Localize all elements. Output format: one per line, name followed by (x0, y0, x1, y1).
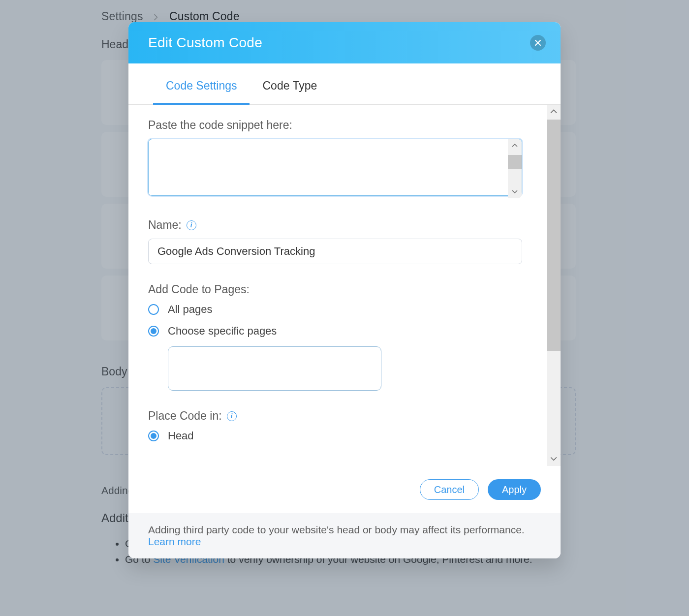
name-field[interactable] (148, 239, 522, 264)
chevron-down-icon[interactable] (547, 452, 561, 466)
tab-code-settings[interactable]: Code Settings (153, 67, 250, 104)
tab-code-type[interactable]: Code Type (250, 67, 330, 104)
radio-label: All pages (168, 303, 213, 316)
modal-title: Edit Custom Code (148, 35, 262, 51)
radio-label: Choose specific pages (168, 325, 277, 338)
edit-custom-code-modal: Edit Custom Code Code Settings Code Type… (128, 22, 561, 558)
radio-place-head[interactable]: Head (148, 430, 527, 442)
chevron-up-icon[interactable] (547, 105, 561, 119)
radio-all-pages[interactable]: All pages (148, 303, 527, 316)
textarea-scrollbar[interactable] (508, 139, 522, 198)
code-snippet-input[interactable] (148, 139, 522, 196)
radio-icon (148, 304, 159, 315)
apply-button[interactable]: Apply (488, 479, 541, 500)
modal-hint: Adding third party code to your website'… (128, 513, 561, 558)
chevron-up-icon[interactable] (508, 139, 522, 152)
specific-pages-input[interactable] (168, 346, 381, 391)
cancel-button[interactable]: Cancel (420, 479, 479, 500)
radio-icon (148, 326, 159, 337)
add-code-to-pages-label: Add Code to Pages: (148, 283, 527, 296)
scrollbar-thumb[interactable] (547, 120, 561, 351)
modal-scrollbar[interactable] (547, 105, 561, 466)
chevron-down-icon[interactable] (508, 185, 522, 198)
modal-tabs: Code Settings Code Type (128, 63, 561, 105)
code-snippet-label: Paste the code snippet here: (148, 119, 527, 132)
radio-choose-specific-pages[interactable]: Choose specific pages (148, 325, 527, 338)
radio-icon (148, 431, 159, 441)
learn-more-link[interactable]: Learn more (148, 536, 201, 547)
info-icon[interactable]: i (187, 220, 196, 230)
modal-scrim: Edit Custom Code Code Settings Code Type… (0, 0, 689, 616)
close-icon[interactable] (530, 35, 546, 51)
name-label: Name: (148, 218, 182, 232)
place-code-in-label: Place Code in: (148, 409, 222, 423)
radio-label: Head (168, 430, 194, 442)
info-icon[interactable]: i (227, 411, 237, 421)
